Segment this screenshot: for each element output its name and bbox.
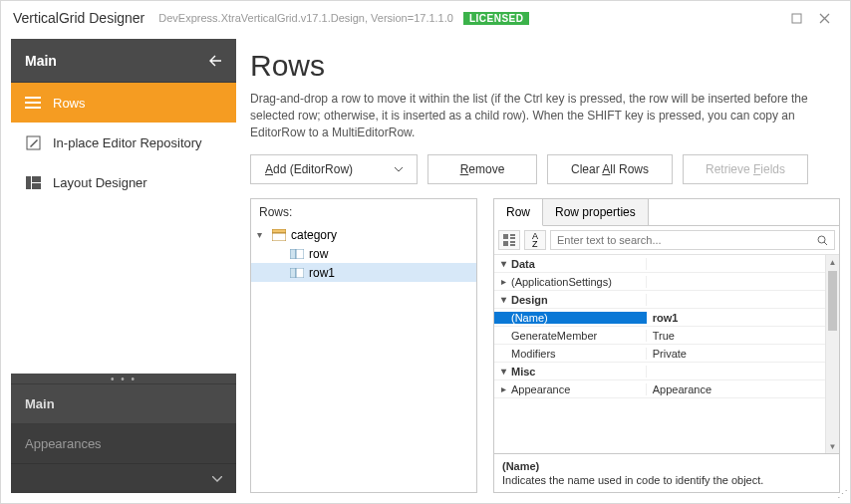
tree-node-label: row: [309, 247, 328, 261]
tree-node-row1[interactable]: row1: [251, 263, 476, 282]
scroll-up-icon[interactable]: ▲: [826, 255, 839, 269]
sidebar-item-rows[interactable]: Rows: [11, 83, 236, 123]
license-badge: LICENSED: [463, 12, 530, 25]
sidebar-item-label: In-place Editor Repository: [53, 135, 202, 150]
rows-icon: [25, 95, 41, 111]
svg-rect-6: [272, 233, 286, 241]
categorized-button[interactable]: [498, 230, 520, 250]
search-icon: [817, 235, 828, 246]
sidebar-tab-label: Appearances: [25, 436, 102, 451]
svg-rect-10: [296, 268, 304, 278]
sidebar-item-editor-repo[interactable]: In-place Editor Repository: [11, 123, 236, 162]
sidebar-header: Main: [11, 39, 236, 83]
categorized-icon: [503, 234, 515, 246]
prop-row-appsettings[interactable]: ▸(ApplicationSettings): [494, 273, 825, 291]
window-close-button[interactable]: [810, 7, 838, 29]
scroll-down-icon[interactable]: ▼: [826, 439, 839, 453]
prop-row-name[interactable]: (Name)row1: [494, 309, 825, 327]
tab-row-properties[interactable]: Row properties: [543, 199, 649, 225]
sidebar-header-label: Main: [25, 53, 57, 69]
sidebar-splitter[interactable]: • • •: [11, 374, 236, 383]
retrieve-fields-button[interactable]: Retrieve Fields: [683, 154, 808, 184]
svg-rect-13: [510, 237, 515, 239]
window-restore-button[interactable]: [782, 7, 810, 29]
row-icon: [289, 266, 305, 280]
tree-node-label: category: [291, 228, 337, 242]
property-description-title: (Name): [502, 460, 831, 472]
property-grid: ▾Data ▸(ApplicationSettings) ▾Design (Na…: [494, 255, 839, 453]
tree-node-row[interactable]: row: [251, 244, 476, 263]
svg-rect-14: [503, 241, 508, 246]
category-icon: [271, 228, 287, 242]
sidebar-item-label: Rows: [53, 96, 86, 111]
sidebar-tab-label: Main: [25, 396, 55, 411]
tree-node-category[interactable]: ▾ category: [251, 225, 476, 244]
app-title: VerticalGrid Designer: [13, 10, 144, 26]
svg-rect-16: [510, 244, 515, 246]
property-pane: Row Row properties AZ ▾Data ▸(Applicatio…: [493, 198, 840, 493]
prop-row-modifiers[interactable]: ModifiersPrivate: [494, 345, 825, 363]
search-input[interactable]: [557, 234, 817, 246]
tree-node-label: row1: [309, 266, 335, 280]
svg-rect-7: [290, 249, 296, 259]
collapse-icon[interactable]: ▾: [257, 229, 267, 240]
main-panel: Rows Drag-and-drop a row to move it with…: [250, 39, 840, 493]
property-search[interactable]: [550, 230, 835, 250]
sort-az-icon: AZ: [532, 232, 538, 248]
tab-row[interactable]: Row: [494, 199, 543, 226]
prop-row-appearance[interactable]: ▸AppearanceAppearance: [494, 380, 825, 398]
sidebar-item-layout[interactable]: Layout Designer: [11, 162, 236, 202]
property-description-body: Indicates the name used in code to ident…: [502, 474, 831, 486]
app-version: DevExpress.XtraVerticalGrid.v17.1.Design…: [158, 12, 453, 24]
prop-row-generatemember[interactable]: GenerateMemberTrue: [494, 327, 825, 345]
sidebar-tab-main[interactable]: Main: [11, 383, 236, 423]
svg-point-17: [818, 236, 825, 243]
page-title: Rows: [250, 49, 840, 83]
sidebar: Main Rows In-place Editor Repository Lay…: [11, 39, 236, 493]
toolbar: Add (EditorRow) Remove Clear All Rows Re…: [250, 154, 840, 184]
rows-tree: Rows: ▾ category row ro: [250, 198, 477, 493]
svg-rect-12: [510, 234, 515, 236]
layout-icon: [25, 174, 41, 190]
restore-icon: [791, 13, 802, 24]
chevron-down-icon: [212, 476, 222, 482]
svg-rect-9: [290, 268, 296, 278]
svg-rect-11: [503, 234, 508, 239]
back-icon[interactable]: [208, 55, 222, 67]
edit-icon: [25, 134, 41, 150]
clear-all-button[interactable]: Clear All Rows: [547, 154, 673, 184]
svg-rect-3: [32, 176, 41, 182]
property-description: (Name) Indicates the name used in code t…: [494, 453, 839, 492]
add-row-button[interactable]: Add (EditorRow): [250, 154, 418, 184]
title-bar: VerticalGrid Designer DevExpress.XtraVer…: [1, 1, 850, 35]
sidebar-item-label: Layout Designer: [53, 175, 147, 190]
alphabetical-button[interactable]: AZ: [524, 230, 546, 250]
row-icon: [289, 247, 305, 261]
svg-rect-0: [792, 14, 801, 23]
resize-grip[interactable]: ⋰: [837, 488, 846, 501]
svg-rect-2: [26, 176, 31, 189]
svg-rect-5: [272, 229, 286, 233]
prop-category-data[interactable]: ▾Data: [494, 255, 825, 273]
svg-rect-4: [32, 183, 41, 189]
scroll-thumb[interactable]: [828, 271, 837, 331]
tree-header: Rows:: [251, 199, 476, 225]
close-icon: [819, 13, 830, 24]
chevron-down-icon: [395, 167, 403, 172]
svg-rect-15: [510, 241, 515, 243]
prop-category-design[interactable]: ▾Design: [494, 291, 825, 309]
remove-button[interactable]: Remove: [427, 154, 537, 184]
sidebar-tab-appearances[interactable]: Appearances: [11, 423, 236, 463]
property-scrollbar[interactable]: ▲ ▼: [825, 255, 839, 453]
sidebar-expand-button[interactable]: [11, 463, 236, 493]
prop-category-misc[interactable]: ▾Misc: [494, 363, 825, 380]
page-description: Drag-and-drop a row to move it within th…: [250, 91, 840, 140]
svg-rect-8: [296, 249, 304, 259]
